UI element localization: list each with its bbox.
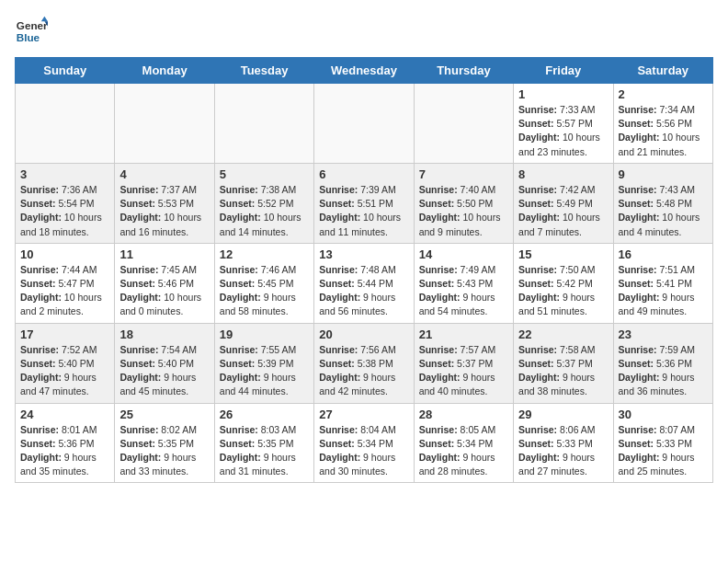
day-number: 10 xyxy=(20,247,109,261)
day-number: 15 xyxy=(518,247,608,261)
day-number: 22 xyxy=(518,327,608,341)
day-number: 7 xyxy=(419,167,508,181)
cell-info: Sunrise: 8:01 AMSunset: 5:36 PMDaylight:… xyxy=(20,423,109,479)
day-number: 9 xyxy=(619,167,708,181)
calendar-cell: 2Sunrise: 7:34 AMSunset: 5:56 PMDaylight… xyxy=(613,84,712,164)
cell-info: Sunrise: 7:34 AMSunset: 5:56 PMDaylight:… xyxy=(619,103,708,159)
cell-info: Sunrise: 7:55 AMSunset: 5:39 PMDaylight:… xyxy=(220,343,309,399)
cell-info: Sunrise: 7:56 AMSunset: 5:38 PMDaylight:… xyxy=(319,343,408,399)
calendar-week-3: 10Sunrise: 7:44 AMSunset: 5:47 PMDayligh… xyxy=(16,243,713,323)
calendar-cell: 9Sunrise: 7:43 AMSunset: 5:48 PMDaylight… xyxy=(613,163,712,243)
day-number: 16 xyxy=(619,247,708,261)
calendar-cell: 22Sunrise: 7:58 AMSunset: 5:37 PMDayligh… xyxy=(514,323,613,403)
calendar-cell: 13Sunrise: 7:48 AMSunset: 5:44 PMDayligh… xyxy=(314,243,414,323)
cell-info: Sunrise: 7:45 AMSunset: 5:46 PMDaylight:… xyxy=(119,263,209,319)
day-number: 1 xyxy=(518,87,608,101)
calendar-cell: 21Sunrise: 7:57 AMSunset: 5:37 PMDayligh… xyxy=(414,323,513,403)
day-number: 6 xyxy=(319,167,408,181)
calendar-week-1: 1Sunrise: 7:33 AMSunset: 5:57 PMDaylight… xyxy=(16,84,713,164)
day-number: 5 xyxy=(220,167,309,181)
cell-info: Sunrise: 7:46 AMSunset: 5:45 PMDaylight:… xyxy=(220,263,309,319)
calendar-cell xyxy=(214,84,313,164)
cell-info: Sunrise: 8:05 AMSunset: 5:34 PMDaylight:… xyxy=(419,423,508,479)
day-header-thursday: Thursday xyxy=(414,58,513,84)
calendar-cell xyxy=(414,84,513,164)
day-number: 13 xyxy=(319,247,408,261)
day-number: 12 xyxy=(220,247,309,261)
calendar-cell: 15Sunrise: 7:50 AMSunset: 5:42 PMDayligh… xyxy=(514,243,613,323)
calendar-cell: 24Sunrise: 8:01 AMSunset: 5:36 PMDayligh… xyxy=(16,403,115,483)
calendar-cell: 25Sunrise: 8:02 AMSunset: 5:35 PMDayligh… xyxy=(115,403,214,483)
calendar-cell: 8Sunrise: 7:42 AMSunset: 5:49 PMDaylight… xyxy=(514,163,613,243)
day-number: 28 xyxy=(419,408,508,421)
day-number: 27 xyxy=(319,408,408,421)
cell-info: Sunrise: 7:37 AMSunset: 5:53 PMDaylight:… xyxy=(119,183,209,239)
cell-info: Sunrise: 8:03 AMSunset: 5:35 PMDaylight:… xyxy=(220,423,309,479)
cell-info: Sunrise: 7:39 AMSunset: 5:51 PMDaylight:… xyxy=(319,183,408,239)
calendar-cell: 23Sunrise: 7:59 AMSunset: 5:36 PMDayligh… xyxy=(613,323,712,403)
cell-info: Sunrise: 7:43 AMSunset: 5:48 PMDaylight:… xyxy=(619,183,708,239)
day-number: 11 xyxy=(119,247,209,261)
page-header: General Blue xyxy=(15,15,713,48)
day-number: 23 xyxy=(619,327,708,341)
calendar-cell: 5Sunrise: 7:38 AMSunset: 5:52 PMDaylight… xyxy=(214,163,313,243)
day-number: 8 xyxy=(518,167,608,181)
day-header-wednesday: Wednesday xyxy=(314,58,414,84)
calendar-week-4: 17Sunrise: 7:52 AMSunset: 5:40 PMDayligh… xyxy=(16,323,713,403)
day-number: 17 xyxy=(20,327,109,341)
cell-info: Sunrise: 7:36 AMSunset: 5:54 PMDaylight:… xyxy=(20,183,109,239)
day-number: 21 xyxy=(419,327,508,341)
cell-info: Sunrise: 7:33 AMSunset: 5:57 PMDaylight:… xyxy=(518,103,608,159)
calendar-cell: 11Sunrise: 7:45 AMSunset: 5:46 PMDayligh… xyxy=(115,243,214,323)
day-header-sunday: Sunday xyxy=(16,58,115,84)
cell-info: Sunrise: 7:52 AMSunset: 5:40 PMDaylight:… xyxy=(20,343,109,399)
calendar-cell: 16Sunrise: 7:51 AMSunset: 5:41 PMDayligh… xyxy=(613,243,712,323)
calendar-cell: 12Sunrise: 7:46 AMSunset: 5:45 PMDayligh… xyxy=(214,243,313,323)
calendar-cell: 28Sunrise: 8:05 AMSunset: 5:34 PMDayligh… xyxy=(414,403,513,483)
calendar-cell: 10Sunrise: 7:44 AMSunset: 5:47 PMDayligh… xyxy=(16,243,115,323)
cell-info: Sunrise: 8:04 AMSunset: 5:34 PMDaylight:… xyxy=(319,423,408,479)
calendar-cell: 19Sunrise: 7:55 AMSunset: 5:39 PMDayligh… xyxy=(214,323,313,403)
calendar-cell: 1Sunrise: 7:33 AMSunset: 5:57 PMDaylight… xyxy=(514,84,613,164)
cell-info: Sunrise: 8:06 AMSunset: 5:33 PMDaylight:… xyxy=(518,423,608,479)
day-number: 29 xyxy=(518,408,608,421)
calendar-cell: 18Sunrise: 7:54 AMSunset: 5:40 PMDayligh… xyxy=(115,323,214,403)
cell-info: Sunrise: 8:07 AMSunset: 5:33 PMDaylight:… xyxy=(619,423,708,479)
calendar-week-2: 3Sunrise: 7:36 AMSunset: 5:54 PMDaylight… xyxy=(16,163,713,243)
cell-info: Sunrise: 7:58 AMSunset: 5:37 PMDaylight:… xyxy=(518,343,608,399)
cell-info: Sunrise: 7:40 AMSunset: 5:50 PMDaylight:… xyxy=(419,183,508,239)
day-header-saturday: Saturday xyxy=(613,58,712,84)
cell-info: Sunrise: 8:02 AMSunset: 5:35 PMDaylight:… xyxy=(119,423,209,479)
calendar-cell xyxy=(115,84,214,164)
calendar-cell: 26Sunrise: 8:03 AMSunset: 5:35 PMDayligh… xyxy=(214,403,313,483)
cell-info: Sunrise: 7:54 AMSunset: 5:40 PMDaylight:… xyxy=(119,343,209,399)
svg-text:Blue: Blue xyxy=(17,31,40,43)
day-number: 24 xyxy=(20,408,109,421)
calendar-cell: 30Sunrise: 8:07 AMSunset: 5:33 PMDayligh… xyxy=(613,403,712,483)
day-number: 14 xyxy=(419,247,508,261)
day-number: 18 xyxy=(119,327,209,341)
calendar-cell: 29Sunrise: 8:06 AMSunset: 5:33 PMDayligh… xyxy=(514,403,613,483)
calendar-table: SundayMondayTuesdayWednesdayThursdayFrid… xyxy=(15,57,713,483)
calendar-cell: 7Sunrise: 7:40 AMSunset: 5:50 PMDaylight… xyxy=(414,163,513,243)
day-header-monday: Monday xyxy=(115,58,214,84)
cell-info: Sunrise: 7:38 AMSunset: 5:52 PMDaylight:… xyxy=(220,183,309,239)
logo: General Blue xyxy=(15,15,48,48)
calendar-cell xyxy=(16,84,115,164)
cell-info: Sunrise: 7:57 AMSunset: 5:37 PMDaylight:… xyxy=(419,343,508,399)
day-number: 30 xyxy=(619,408,708,421)
cell-info: Sunrise: 7:51 AMSunset: 5:41 PMDaylight:… xyxy=(619,263,708,319)
calendar-cell xyxy=(314,84,414,164)
cell-info: Sunrise: 7:44 AMSunset: 5:47 PMDaylight:… xyxy=(20,263,109,319)
cell-info: Sunrise: 7:50 AMSunset: 5:42 PMDaylight:… xyxy=(518,263,608,319)
day-number: 20 xyxy=(319,327,408,341)
logo-icon: General Blue xyxy=(15,15,48,48)
cell-info: Sunrise: 7:42 AMSunset: 5:49 PMDaylight:… xyxy=(518,183,608,239)
calendar-cell: 14Sunrise: 7:49 AMSunset: 5:43 PMDayligh… xyxy=(414,243,513,323)
day-header-friday: Friday xyxy=(514,58,613,84)
calendar-cell: 6Sunrise: 7:39 AMSunset: 5:51 PMDaylight… xyxy=(314,163,414,243)
day-number: 3 xyxy=(20,167,109,181)
calendar-cell: 3Sunrise: 7:36 AMSunset: 5:54 PMDaylight… xyxy=(16,163,115,243)
calendar-week-5: 24Sunrise: 8:01 AMSunset: 5:36 PMDayligh… xyxy=(16,403,713,483)
day-number: 2 xyxy=(619,87,708,101)
